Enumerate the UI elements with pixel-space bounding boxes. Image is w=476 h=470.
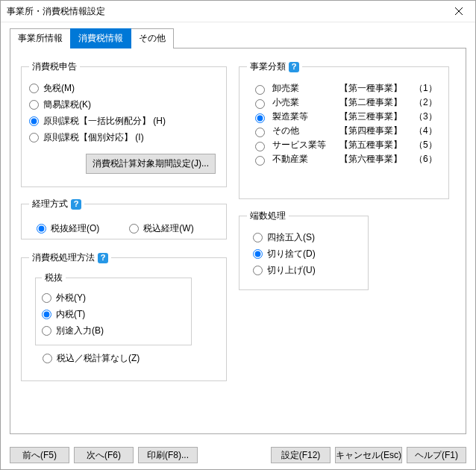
label-uchizei: 内税(T): [56, 308, 85, 321]
tab-other[interactable]: その他: [131, 28, 174, 48]
label-zeinuki: 税抜経理(O): [51, 222, 99, 235]
close-button[interactable]: [447, 3, 471, 19]
group-declaration: 消費税申告 免税(M) 簡易課税(K) 原則課税【一括比例配分】 (H) 原則課…: [21, 60, 227, 187]
group-category-legend-text: 事業分類: [250, 60, 286, 73]
radio-kani[interactable]: [29, 100, 39, 110]
tab-strip: 事業所情報 消費税情報 その他: [10, 28, 466, 48]
category-name: 卸売業: [272, 82, 339, 95]
category-kind: 【第二種事業】: [339, 96, 414, 109]
group-processing: 消費税処理方法 ? 税抜 外税(Y) 内税(T) 別途入力(B): [21, 251, 227, 381]
group-category: 事業分類 ? 卸売業【第一種事業】（1）小売業【第二種事業】（2）製造業等【第三…: [239, 60, 449, 199]
opt-ceil[interactable]: 切り上げ(U): [253, 263, 360, 278]
label-gensoku-kobetsu: 原則課税【個別対応】 (I): [43, 131, 144, 144]
category-num: （1）: [414, 82, 436, 95]
radio-gensoku-ikkatsu[interactable]: [29, 116, 39, 126]
category-kind: 【第六種事業】: [339, 153, 414, 166]
opt-round[interactable]: 四捨五入(S): [253, 231, 360, 245]
category-num: （3）: [414, 110, 436, 123]
dialog-window: 事業所・消費税情報設定 事業所情報 消費税情報 その他 消費税申告 免税(M): [0, 0, 476, 470]
opt-sotozei[interactable]: 外税(Y): [42, 291, 185, 305]
tab-panel: 消費税申告 免税(M) 簡易課税(K) 原則課税【一括比例配分】 (H) 原則課…: [10, 48, 466, 434]
group-rounding-legend: 端数処理: [247, 210, 289, 222]
radio-category[interactable]: [255, 142, 265, 151]
group-accounting-legend: 経理方式 ?: [29, 198, 84, 210]
radio-zeikomi[interactable]: [129, 224, 139, 234]
category-row[interactable]: 小売業【第二種事業】（2）: [251, 96, 439, 109]
opt-kani[interactable]: 簡易課税(K): [29, 98, 219, 112]
radio-category[interactable]: [255, 99, 265, 109]
radio-category[interactable]: [255, 85, 265, 95]
tab-tax-info[interactable]: 消費税情報: [70, 28, 131, 48]
radio-category[interactable]: [255, 156, 265, 166]
print-button[interactable]: 印刷(F8)...: [138, 447, 198, 463]
opt-gensoku-kobetsu[interactable]: 原則課税【個別対応】 (I): [29, 131, 219, 145]
category-num: （6）: [414, 153, 436, 166]
opt-menzei[interactable]: 免税(M): [29, 81, 219, 95]
category-row[interactable]: その他【第四種事業】（4）: [251, 125, 439, 137]
opt-betsu[interactable]: 別途入力(B): [42, 324, 185, 338]
category-row[interactable]: サービス業等【第五種事業】（5）: [251, 139, 439, 151]
group-rounding: 端数処理 四捨五入(S) 切り捨て(D) 切り上げ(U): [239, 210, 369, 290]
radio-round[interactable]: [253, 233, 263, 242]
tab-office-info[interactable]: 事業所情報: [10, 28, 71, 48]
group-category-legend: 事業分類 ?: [247, 60, 302, 73]
close-icon: [455, 7, 463, 15]
radio-zeinuki[interactable]: [37, 224, 46, 234]
titlebar: 事業所・消費税情報設定: [1, 1, 475, 22]
group-declaration-legend: 消費税申告: [29, 60, 80, 73]
footer-bar: 前へ(F5) 次へ(F6) 印刷(F8)... 設定(F12) キャンセル(Es…: [1, 441, 475, 469]
category-rows: 卸売業【第一種事業】（1）小売業【第二種事業】（2）製造業等【第三種事業】（3）…: [247, 79, 441, 166]
label-sotozei: 外税(Y): [56, 292, 86, 304]
radio-category[interactable]: [255, 128, 265, 137]
content-area: 事業所情報 消費税情報 その他 消費税申告 免税(M) 簡易課税(K) 原則課税…: [1, 22, 475, 441]
help-icon[interactable]: ?: [71, 199, 81, 210]
category-row[interactable]: 不動産業【第六種事業】（6）: [251, 153, 439, 166]
label-zeikomi: 税込経理(W): [143, 222, 193, 235]
help-icon[interactable]: ?: [98, 253, 108, 263]
category-num: （4）: [414, 125, 436, 137]
label-kani: 簡易課税(K): [43, 98, 91, 111]
radio-category[interactable]: [255, 113, 265, 123]
category-num: （2）: [414, 96, 436, 109]
next-button[interactable]: 次へ(F6): [74, 447, 134, 463]
radio-sotozei[interactable]: [42, 293, 51, 303]
opt-zeinuki[interactable]: 税抜経理(O): [37, 222, 99, 236]
category-kind: 【第一種事業】: [339, 82, 414, 95]
radio-zeikomi-none[interactable]: [43, 354, 52, 363]
category-name: 不動産業: [272, 153, 339, 166]
label-gensoku-ikkatsu: 原則課税【一括比例配分】 (H): [43, 115, 166, 128]
window-title: 事業所・消費税情報設定: [7, 5, 105, 18]
period-settings-button[interactable]: 消費税計算対象期間設定(J)...: [86, 154, 216, 174]
category-row[interactable]: 卸売業【第一種事業】（1）: [251, 82, 439, 95]
label-zeikomi-none: 税込／税計算なし(Z): [57, 352, 140, 365]
opt-zeikomi-none[interactable]: 税込／税計算なし(Z): [43, 351, 219, 366]
radio-uchizei[interactable]: [42, 310, 51, 319]
category-name: サービス業等: [272, 139, 339, 151]
category-row[interactable]: 製造業等【第三種事業】（3）: [251, 110, 439, 123]
radio-ceil[interactable]: [253, 266, 263, 275]
radio-menzei[interactable]: [29, 84, 39, 93]
radio-floor[interactable]: [253, 249, 263, 259]
help-icon[interactable]: ?: [289, 62, 299, 72]
opt-gensoku-ikkatsu[interactable]: 原則課税【一括比例配分】 (H): [29, 114, 219, 128]
group-accounting-legend-text: 経理方式: [32, 198, 68, 210]
label-floor: 切り捨て(D): [267, 248, 316, 260]
group-accounting: 経理方式 ? 税抜経理(O) 税込経理(W): [21, 198, 227, 239]
cancel-button[interactable]: キャンセル(Esc): [335, 447, 402, 463]
opt-zeikomi[interactable]: 税込経理(W): [129, 222, 193, 236]
set-button[interactable]: 設定(F12): [271, 447, 331, 463]
prev-button[interactable]: 前へ(F5): [10, 447, 69, 463]
radio-betsu[interactable]: [42, 326, 51, 336]
category-kind: 【第三種事業】: [339, 110, 414, 123]
label-ceil: 切り上げ(U): [267, 264, 316, 277]
category-name: その他: [272, 125, 339, 137]
radio-gensoku-kobetsu[interactable]: [29, 133, 39, 142]
group-zeinuki-sub: 税抜 外税(Y) 内税(T) 別途入力(B): [35, 272, 192, 345]
opt-uchizei[interactable]: 内税(T): [42, 307, 185, 322]
opt-floor[interactable]: 切り捨て(D): [253, 247, 360, 261]
help-button[interactable]: ヘルプ(F1): [407, 447, 466, 463]
category-kind: 【第五種事業】: [339, 139, 414, 151]
label-round: 四捨五入(S): [267, 231, 315, 244]
label-betsu: 別途入力(B): [56, 325, 104, 337]
group-processing-legend: 消費税処理方法 ?: [29, 251, 111, 264]
